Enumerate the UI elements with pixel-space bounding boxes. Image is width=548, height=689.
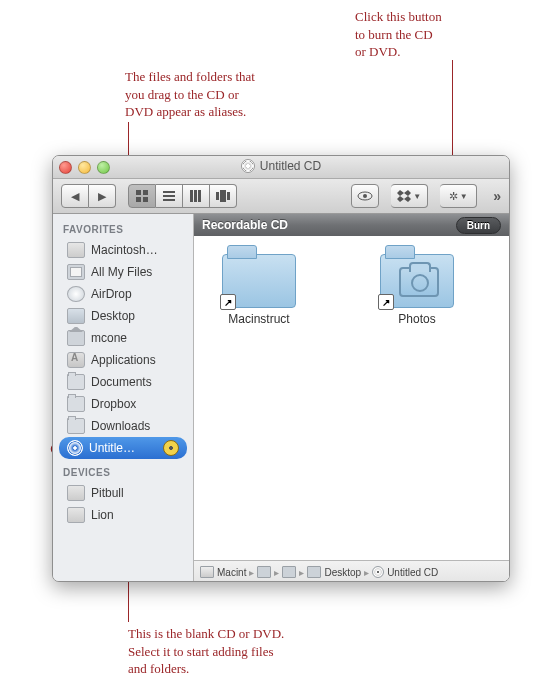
coverflow-view-button[interactable] [210, 184, 237, 208]
folder-icon: ↗ [222, 254, 296, 308]
svg-rect-10 [194, 190, 197, 202]
back-button[interactable]: ◀ [61, 184, 89, 208]
annotation-burn: Click this buttonto burn the CDor DVD. [355, 8, 505, 61]
svg-rect-3 [143, 190, 148, 195]
dropbox-button[interactable]: ▼ [391, 184, 428, 208]
content-header: Recordable CD Burn [194, 214, 509, 236]
icon-view-icon [136, 190, 148, 202]
favorites-heading: FAVORITES [53, 220, 193, 239]
sidebar-label: mcone [91, 331, 127, 345]
files-icon [67, 264, 85, 280]
sidebar-label: Lion [91, 508, 114, 522]
item-photos[interactable]: ↗ Photos [362, 254, 472, 326]
window-title: Untitled CD [53, 159, 509, 173]
window-title-text: Untitled CD [260, 159, 321, 173]
annotation-blank-disc: This is the blank CD or DVD.Select it to… [128, 625, 348, 678]
list-view-icon [163, 190, 175, 202]
sidebar-label: Applications [91, 353, 156, 367]
list-view-button[interactable] [156, 184, 183, 208]
sidebar-item-documents[interactable]: Documents [53, 371, 193, 393]
sidebar-item-macintosh-hd[interactable]: Macintosh… [53, 239, 193, 261]
sidebar-item-mcone[interactable]: mcone [53, 327, 193, 349]
crumb-desktop[interactable]: Desktop [307, 566, 361, 578]
hd-icon [67, 242, 85, 258]
eye-icon [357, 191, 373, 201]
icon-area[interactable]: ↗ Macinstruct ↗ Photos [194, 236, 509, 560]
chevron-right-icon: ▸ [299, 567, 304, 578]
desktop-icon [67, 308, 85, 324]
crumb-label: Untitled CD [387, 567, 438, 578]
item-label: Macinstruct [228, 312, 289, 326]
sidebar-item-lion[interactable]: Lion [53, 504, 193, 526]
chevron-right-icon: ▸ [274, 567, 279, 578]
crumb-users[interactable] [257, 566, 271, 578]
forward-button[interactable]: ▶ [89, 184, 116, 208]
quicklook-button[interactable] [351, 184, 379, 208]
sidebar-item-all-my-files[interactable]: All My Files [53, 261, 193, 283]
sidebar-item-desktop[interactable]: Desktop [53, 305, 193, 327]
folder-icon [307, 566, 321, 578]
chevron-down-icon: ▼ [460, 192, 468, 201]
svg-rect-5 [143, 197, 148, 202]
burn-button[interactable]: Burn [456, 217, 501, 234]
content-header-title: Recordable CD [202, 218, 288, 232]
disc-icon [241, 159, 255, 173]
sidebar: FAVORITES Macintosh… All My Files AirDro… [53, 214, 194, 582]
applications-icon [67, 352, 85, 368]
sidebar-item-downloads[interactable]: Downloads [53, 415, 193, 437]
icon-view-button[interactable] [128, 184, 156, 208]
sidebar-label: All My Files [91, 265, 152, 279]
alias-badge-icon: ↗ [378, 294, 394, 310]
chevron-right-icon: ▸ [364, 567, 369, 578]
folder-icon [257, 566, 271, 578]
svg-rect-11 [198, 190, 201, 202]
hd-icon [200, 566, 214, 578]
sidebar-item-dropbox[interactable]: Dropbox [53, 393, 193, 415]
airdrop-icon [67, 286, 85, 302]
sidebar-item-pitbull[interactable]: Pitbull [53, 482, 193, 504]
item-label: Photos [398, 312, 435, 326]
svg-rect-7 [163, 195, 175, 197]
svg-rect-12 [216, 192, 219, 200]
pathbar: Macint ▸ ▸ ▸ Desktop ▸ Untitled CD [194, 560, 509, 582]
item-macinstruct[interactable]: ↗ Macinstruct [204, 254, 314, 326]
svg-rect-8 [163, 199, 175, 201]
crumb-macintosh-hd[interactable]: Macint [200, 566, 246, 578]
svg-rect-9 [190, 190, 193, 202]
column-view-icon [190, 190, 202, 202]
home-icon [67, 330, 85, 346]
crumb-untitled-cd[interactable]: Untitled CD [372, 566, 438, 578]
folder-icon [67, 418, 85, 434]
chevron-right-icon: ▸ [249, 567, 254, 578]
sidebar-item-untitled-cd[interactable]: Untitle… [59, 437, 187, 459]
svg-rect-6 [163, 191, 175, 193]
burn-icon[interactable] [163, 440, 179, 456]
sidebar-label: Desktop [91, 309, 135, 323]
sidebar-item-applications[interactable]: Applications [53, 349, 193, 371]
svg-rect-4 [136, 197, 141, 202]
sidebar-label: Untitle… [89, 441, 157, 455]
svg-rect-2 [136, 190, 141, 195]
crumb-label: Desktop [324, 567, 361, 578]
folder-photos-icon: ↗ [380, 254, 454, 308]
toolbar: ◀ ▶ ▼ ✲ ▼ » [53, 179, 509, 214]
column-view-button[interactable] [183, 184, 210, 208]
hd-icon [67, 485, 85, 501]
sidebar-item-airdrop[interactable]: AirDrop [53, 283, 193, 305]
content-pane: Recordable CD Burn ↗ Macinstruct ↗ Photo… [194, 214, 509, 582]
window-body: FAVORITES Macintosh… All My Files AirDro… [53, 214, 509, 582]
home-icon [282, 566, 296, 578]
disc-icon [372, 566, 384, 578]
folder-icon [67, 396, 85, 412]
svg-point-16 [363, 194, 367, 198]
toolbar-overflow[interactable]: » [489, 188, 501, 204]
finder-window: Untitled CD ◀ ▶ ▼ [52, 155, 510, 582]
crumb-mcone[interactable] [282, 566, 296, 578]
view-buttons [128, 184, 237, 208]
coverflow-view-icon [216, 190, 230, 202]
disc-icon [67, 440, 83, 456]
svg-rect-13 [220, 190, 226, 202]
sidebar-label: Pitbull [91, 486, 124, 500]
action-button[interactable]: ✲ ▼ [440, 184, 477, 208]
sidebar-label: AirDrop [91, 287, 132, 301]
